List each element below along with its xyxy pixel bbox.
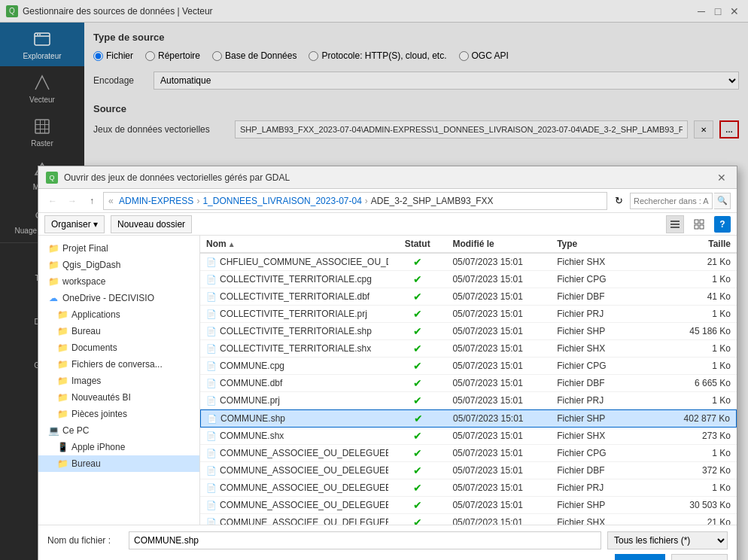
file-cell-status: ✔ [388, 375, 446, 391]
status-icon: ✔ [413, 273, 422, 285]
file-row[interactable]: 📄 COMMUNE_ASSOCIEE_OU_DELEGUEE.cpg ✔ 05/… [200, 445, 737, 462]
file-icon: 📄 [206, 396, 217, 406]
tree-label-pieces: Pièces jointes [71, 409, 193, 419]
nav-back-button[interactable]: ← [44, 193, 61, 209]
status-icon: ✔ [413, 360, 422, 372]
file-row[interactable]: 📄 COLLECTIVITE_TERRITORIALE.shx ✔ 05/07/… [200, 340, 737, 358]
tree-item-images[interactable]: 📁 Images [38, 373, 199, 389]
file-icon: 📄 [206, 275, 217, 285]
tree-item-apple-iphone[interactable]: 📱 Apple iPhone [38, 439, 199, 455]
footer-filename-input[interactable] [129, 531, 601, 549]
file-cell-name: 📄 COMMUNE_ASSOCIEE_OU_DELEGUEE.shx [200, 515, 388, 525]
file-row[interactable]: 📄 COMMUNE.shp ✔ 05/07/2023 15:01 Fichier… [200, 409, 737, 428]
file-cell-status: ✔ [388, 497, 446, 513]
breadcrumb-donnees[interactable]: 1_DONNEES_LIVRAISON_2023-07-04 [202, 196, 361, 206]
file-name-text: COMMUNE_ASSOCIEE_OU_DELEGUEE.shx [220, 517, 388, 525]
status-icon: ✔ [413, 377, 422, 389]
file-row[interactable]: 📄 COLLECTIVITE_TERRITORIALE.dbf ✔ 05/07/… [200, 288, 737, 306]
tree-item-bureau-local[interactable]: 📁 Bureau [38, 455, 199, 472]
tree-item-workspace[interactable]: 📁 workspace [38, 273, 199, 290]
tree-item-projet-final[interactable]: 📁 Projet Final [38, 240, 199, 257]
file-row[interactable]: 📄 COMMUNE.cpg ✔ 05/07/2023 15:01 Fichier… [200, 358, 737, 375]
file-cell-name: 📄 COMMUNE_ASSOCIEE_OU_DELEGUEE.dbf [200, 463, 388, 478]
dialog-nav-toolbar: ← → ↑ « ADMIN-EXPRESS › 1_DONNEES_LIVRAI… [38, 189, 737, 213]
view-details-button[interactable] [666, 215, 684, 233]
tree-item-qgis-digdash[interactable]: 📁 Qgis_DigDash [38, 257, 199, 273]
file-cell-type: Fichier SHP [551, 498, 655, 513]
file-row[interactable]: 📄 CHFLIEU_COMMUNE_ASSOCIEE_OU_DEL... ✔ 0… [200, 254, 737, 271]
file-row[interactable]: 📄 COMMUNE.prj ✔ 05/07/2023 15:01 Fichier… [200, 392, 737, 409]
nav-up-button[interactable]: ↑ [84, 193, 100, 209]
footer-buttons: Ouvrir Annuler [47, 554, 728, 560]
file-row[interactable]: 📄 COMMUNE_ASSOCIEE_OU_DELEGUEE.prj ✔ 05/… [200, 479, 737, 497]
file-cell-type: Fichier PRJ [551, 480, 655, 495]
file-row[interactable]: 📄 COLLECTIVITE_TERRITORIALE.shp ✔ 05/07/… [200, 323, 737, 340]
file-cell-name: 📄 COMMUNE.prj [200, 393, 388, 408]
organiser-button[interactable]: Organiser ▾ [44, 215, 105, 233]
tree-label-nouveautes: Nouveautés BI [71, 392, 193, 403]
file-cell-type: Fichier CPG [551, 446, 655, 461]
help-button[interactable]: ? [714, 216, 731, 233]
file-cell-type: Fichier DBF [551, 376, 655, 391]
file-cell-size: 402 877 Ko [655, 411, 736, 426]
tree-item-fichiers-conv[interactable]: 📁 Fichiers de conversa... [38, 356, 199, 373]
tree-item-ce-pc[interactable]: 💻 Ce PC [38, 422, 199, 439]
tree-label-qgis: Qgis_DigDash [62, 260, 193, 270]
file-cell-status: ✔ [388, 358, 446, 374]
file-row[interactable]: 📄 COLLECTIVITE_TERRITORIALE.cpg ✔ 05/07/… [200, 271, 737, 288]
status-icon: ✔ [413, 430, 422, 442]
file-cell-status: ✔ [389, 410, 447, 427]
status-icon: ✔ [413, 394, 422, 406]
open-button[interactable]: Ouvrir [615, 554, 665, 560]
file-icon: 📄 [206, 501, 217, 510]
footer-filter-select[interactable]: Tous les fichiers (*) [607, 531, 728, 549]
nav-forward-button[interactable]: → [64, 193, 81, 209]
search-button[interactable]: 🔍 [714, 193, 731, 209]
col-header-nom[interactable]: Nom ▲ [200, 236, 388, 252]
dialog-app-icon: Q [46, 172, 58, 184]
file-row[interactable]: 📄 COMMUNE.dbf ✔ 05/07/2023 15:01 Fichier… [200, 375, 737, 392]
tree-item-pieces-jointes[interactable]: 📁 Pièces jointes [38, 406, 199, 422]
dialog-title: Ouvrir des jeux de données vectorielles … [64, 172, 708, 183]
file-name-text: COLLECTIVITE_TERRITORIALE.shp [220, 326, 372, 336]
tree-label-documents: Documents [71, 342, 193, 353]
phone-icon: 📱 [56, 441, 68, 453]
col-header-type[interactable]: Type [551, 236, 655, 252]
file-cell-modified: 05/07/2023 15:01 [447, 411, 551, 426]
tree-item-documents[interactable]: 📁 Documents [38, 339, 199, 356]
cancel-button[interactable]: Annuler [671, 554, 728, 560]
col-header-modifie[interactable]: Modifié le [446, 236, 551, 252]
tree-item-onedrive[interactable]: ☁ OneDrive - DECIVISIO [38, 290, 199, 306]
file-row[interactable]: 📄 COMMUNE_ASSOCIEE_OU_DELEGUEE.shp ✔ 05/… [200, 497, 737, 514]
breadcrumb-sep-left: « [108, 196, 116, 206]
tree-item-nouveautes[interactable]: 📁 Nouveautés BI [38, 389, 199, 406]
nouveau-dossier-button[interactable]: Nouveau dossier [111, 215, 192, 233]
file-name-text: COLLECTIVITE_TERRITORIALE.prj [220, 309, 367, 319]
dialog-footer: Nom du fichier : Tous les fichiers (*) O… [38, 525, 737, 560]
status-icon: ✔ [413, 482, 422, 494]
svg-rect-14 [670, 224, 680, 225]
folder-icon-qgis: 📁 [47, 259, 59, 271]
col-header-taille[interactable]: Taille [655, 236, 737, 252]
tree-item-applications[interactable]: 📁 Applications [38, 306, 199, 323]
search-input[interactable] [630, 193, 713, 209]
view-grid-button[interactable] [690, 215, 708, 233]
file-row[interactable]: 📄 COMMUNE.shx ✔ 05/07/2023 15:01 Fichier… [200, 428, 737, 445]
tree-label-apple-iphone: Apple iPhone [71, 442, 193, 452]
breadcrumb-admin-express[interactable]: ADMIN-EXPRESS [119, 196, 193, 206]
dialog-close-button[interactable]: ✕ [714, 170, 729, 185]
tree-label-workspace: workspace [62, 276, 193, 287]
file-cell-size: 1 Ko [655, 480, 737, 495]
tree-label-bureau-local: Bureau [71, 458, 193, 469]
status-icon: ✔ [413, 516, 422, 525]
file-name-text: COLLECTIVITE_TERRITORIALE.dbf [220, 291, 369, 302]
file-row[interactable]: 📄 COMMUNE_ASSOCIEE_OU_DELEGUEE.shx ✔ 05/… [200, 514, 737, 525]
col-header-statut[interactable]: Statut [388, 236, 446, 252]
file-row[interactable]: 📄 COLLECTIVITE_TERRITORIALE.prj ✔ 05/07/… [200, 306, 737, 323]
file-name-text: COMMUNE_ASSOCIEE_OU_DELEGUEE.dbf [220, 465, 388, 476]
tree-item-bureau-od[interactable]: 📁 Bureau [38, 323, 199, 339]
file-name-text: COMMUNE.shx [220, 431, 284, 441]
refresh-button[interactable]: ↻ [610, 193, 627, 209]
file-icon: 📄 [206, 309, 217, 319]
file-row[interactable]: 📄 COMMUNE_ASSOCIEE_OU_DELEGUEE.dbf ✔ 05/… [200, 462, 737, 479]
